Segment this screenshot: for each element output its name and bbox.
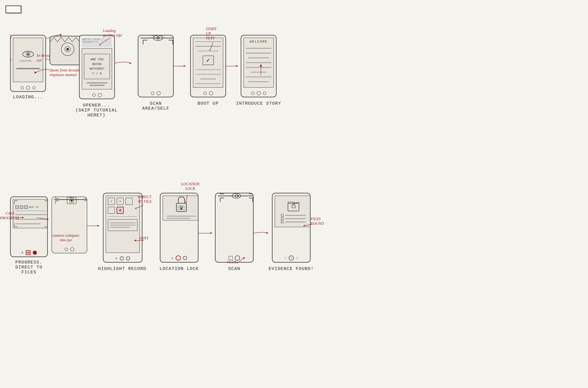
ann-startup: STARTUPTEXT: [206, 27, 216, 41]
evidence-circle1: ○: [284, 256, 286, 260]
location-x: ✕: [171, 256, 174, 260]
bootup-line-1: [195, 41, 221, 42]
svg-point-28: [27, 252, 28, 253]
evidence-folder: [287, 200, 300, 212]
intro-btn-1: [251, 92, 255, 95]
label-bootup: BOOT UP: [193, 101, 223, 106]
bootup-line-7: [195, 83, 221, 84]
svg-line-13: [10, 59, 11, 63]
svg-rect-52: [292, 205, 295, 208]
phone-btn-opener-home: [98, 93, 102, 97]
arrow-camera-highlight: [87, 222, 102, 230]
phone-home-button: [26, 86, 30, 90]
intro-btn-home: [257, 91, 261, 95]
camera-btn-home: [70, 247, 74, 251]
svg-point-21: [157, 37, 159, 39]
arrow-progress-camera: [37, 215, 51, 222]
svg-marker-50: [266, 232, 268, 234]
arrow-scan-boot: [174, 62, 188, 70]
ann-direct-file: DIRECTTO FILE: [138, 195, 152, 204]
scan2-btn-sq: [229, 256, 233, 260]
phone-scan: ← → PROVE IT: [138, 35, 174, 97]
arrow-scan-evidence: [254, 230, 270, 237]
intro-btn-2: [263, 92, 266, 95]
phone-btn-opener-1: [92, 94, 96, 97]
phone-progress: BOOT UP ✕: [10, 196, 48, 257]
title-box: [5, 5, 21, 13]
location-btn2: [183, 256, 187, 260]
arrow-direct-file: [132, 203, 145, 210]
label-location: LOCATION LOCK: [158, 266, 200, 271]
label-highlight: HIGHLIGHT RECORD: [97, 266, 147, 271]
intro-line-8: [248, 81, 269, 82]
evidence-circle2: ○: [296, 256, 298, 260]
progress-bootup-row: BOOT UP: [15, 205, 47, 209]
eye-center: [60, 42, 75, 57]
svg-line-12: [10, 34, 11, 39]
arrow-case-progress: [15, 215, 26, 220]
phone-camera: [51, 196, 87, 253]
location-eye-btn: [176, 255, 181, 261]
bootup-btn-home: [209, 91, 213, 95]
svg-point-32: [71, 199, 73, 202]
phone-scan2: [215, 193, 254, 263]
progress-dot-btn: [33, 251, 37, 255]
highlight-x: ✕: [115, 256, 117, 261]
label-loading: LOADING...: [10, 95, 46, 99]
camera-btn-1: [65, 248, 68, 251]
evidence-eye-btn: [289, 255, 294, 261]
label-scan2: SCAN: [218, 266, 251, 271]
svg-point-48: [237, 195, 239, 197]
progress-line-3: [15, 223, 41, 224]
lock-icon: [175, 196, 188, 213]
highlight-eye-btn: [120, 256, 124, 260]
label-opener: OPENER...(SKIP TUTORIALHERE?): [72, 103, 121, 118]
phone-button-2: [32, 86, 36, 89]
bootup-check: ✓: [203, 56, 214, 65]
bootup-line-6: [200, 79, 216, 79]
arrow-startup: [208, 42, 219, 51]
ann-camera-collapse: camera collapsesinto eye: [52, 233, 79, 242]
label-progress: PROGRESS.DIRECT TOFILES: [10, 260, 48, 275]
label-evidence: EVIDENCE FOUND!: [265, 266, 317, 271]
intro-line-2: [246, 53, 272, 53]
svg-point-16: [66, 48, 69, 50]
welcome-text: WELCOME: [250, 40, 268, 44]
label-scan: SCAN AREA/SELF: [136, 101, 176, 111]
progress-x: ✕: [21, 250, 24, 255]
ann-case-progress: CASEPROGRESS: [0, 211, 15, 220]
arrow-opener-to-scan: [115, 59, 133, 68]
intro-line-1: [246, 48, 272, 49]
arrow-intro-up: [257, 62, 265, 77]
hint-box: [108, 219, 137, 231]
svg-marker-53: [303, 225, 305, 226]
label-introduce: INTRODUCE STORY: [235, 101, 282, 106]
arrow-boot-intro: [226, 62, 241, 70]
bootup-btn-1: [204, 92, 207, 95]
scan-btn-home: [156, 91, 161, 95]
svg-marker-26: [260, 64, 262, 67]
highlight-btn-2: [126, 256, 130, 260]
arrow-location-scan: [199, 230, 215, 237]
arrow-clue: [235, 255, 246, 265]
arrow-hint: [132, 238, 145, 243]
svg-point-46: [232, 194, 241, 198]
opener-text: ARE YOUBEING WATCHED?Y / N: [84, 54, 110, 79]
svg-marker-18: [129, 62, 131, 64]
scan-btn-1: [151, 92, 154, 95]
progress-eye-btn: [26, 251, 30, 254]
svg-rect-38: [176, 203, 186, 212]
scan2-eye: [231, 193, 242, 199]
arrow-garbled: [96, 36, 114, 47]
ann-location-lock: LOCATIONLOCK: [181, 182, 200, 191]
bootup-line-5: [195, 74, 221, 74]
phone-button-1: [21, 86, 24, 89]
svg-rect-51: [288, 203, 299, 211]
svg-marker-36: [135, 208, 137, 209]
intro-line-3: [248, 57, 269, 58]
bootup-line-4: [195, 70, 221, 70]
camera-eye: [66, 197, 77, 205]
svg-marker-34: [47, 218, 49, 220]
